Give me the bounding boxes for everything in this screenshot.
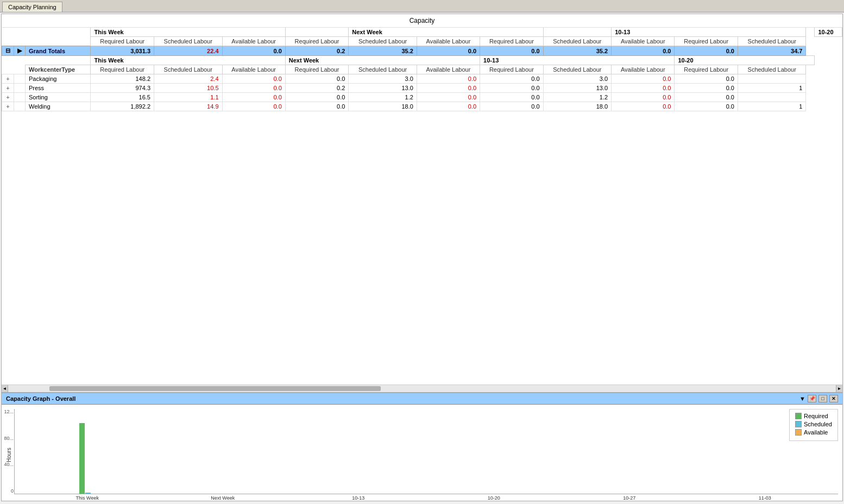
x-axis-labels: This WeekNext Week10-1310-2010-2711-03	[14, 494, 838, 501]
sub-col-sched-3: Scheduled Labour	[543, 65, 612, 74]
legend-required-label: Required	[804, 413, 828, 419]
row-3-val-4: 18.0	[349, 102, 417, 111]
week-this: This Week	[91, 28, 285, 37]
row-3-val-8: 0.0	[612, 102, 675, 111]
sub-col-req-2: Required Labour	[285, 65, 349, 74]
sub-col-avail-2: Available Labour	[417, 65, 480, 74]
legend-available-label: Available	[804, 429, 828, 436]
row-2-val-2: 0.0	[222, 93, 285, 102]
gt-val-3: 0.2	[285, 46, 349, 56]
row-expand-0[interactable]: +	[2, 74, 14, 84]
sub-col-sched-1: Scheduled Labour	[154, 65, 223, 74]
close-button[interactable]: ✕	[829, 395, 838, 402]
table-row[interactable]: +Welding1,892.214.90.00.018.00.00.018.00…	[2, 102, 842, 111]
row-0-val-6: 0.0	[480, 74, 544, 84]
row-icon-1	[14, 84, 26, 93]
sub-col-sched-4: Scheduled Labour	[738, 65, 806, 74]
week-10-13: 10-13	[612, 28, 806, 37]
table-row[interactable]: +Sorting16.51.10.00.01.20.00.01.20.00.0	[2, 93, 842, 102]
row-2-val-5: 0.0	[417, 93, 480, 102]
scroll-right-arrow[interactable]: ►	[836, 385, 842, 392]
row-0-val-1: 2.4	[154, 74, 223, 84]
row-expand-2[interactable]: +	[2, 93, 14, 102]
row-3-val-2: 0.0	[222, 102, 285, 111]
row-workcenter-2: Sorting	[26, 93, 91, 102]
row-3-val-0: 1,892.2	[91, 102, 154, 111]
x-label-5: 11-03	[697, 495, 833, 501]
grand-total-arrow[interactable]: ▶	[14, 46, 26, 56]
table-row[interactable]: +Press974.310.50.00.213.00.00.013.00.00.…	[2, 84, 842, 93]
sub-week-header-row: This Week Next Week 10-13 10-20	[2, 56, 842, 65]
chart-inner: 12... 80... 40... 0 This WeekNext Week10…	[14, 409, 838, 501]
chart-area: Hours 12... 80... 40... 0 This WeekNext …	[2, 405, 842, 501]
row-workcenter-3: Welding	[26, 102, 91, 111]
bottom-panel: Capacity Graph - Overall ▼ 📌 □ ✕ Hours 1…	[2, 392, 842, 501]
legend-required: Required	[795, 413, 832, 419]
grand-total-row: ⊟ ▶ Grand Totals 3,031.3 22.4 0.0 0.2 35…	[2, 46, 842, 56]
col-sched-labour-2: Scheduled Labour	[349, 37, 417, 46]
row-0-val-9: 0.0	[675, 74, 738, 84]
col-req-labour-3: Required Labour	[480, 37, 544, 46]
legend-available-box	[795, 429, 802, 436]
table-row[interactable]: +Packaging148.22.40.00.03.00.00.03.00.00…	[2, 74, 842, 84]
row-2-val-6: 0.0	[480, 93, 544, 102]
capacity-planning-tab[interactable]: Capacity Planning	[2, 2, 62, 12]
row-1-val-7: 13.0	[543, 84, 612, 93]
row-1-val-8: 0.0	[612, 84, 675, 93]
row-1-val-10: 1	[738, 84, 806, 93]
expand-icon: ▼	[799, 395, 805, 402]
y-tick-3: 12...	[0, 409, 14, 414]
row-icon-0	[14, 74, 26, 84]
grand-total-label: Grand Totals	[26, 46, 91, 56]
gt-val-1: 22.4	[154, 46, 223, 56]
gt-val-5: 0.0	[417, 46, 480, 56]
col-sched-labour-3: Scheduled Labour	[543, 37, 612, 46]
chart-legend: Required Scheduled Available	[789, 409, 838, 441]
y-tick-1: 40...	[0, 462, 14, 467]
gt-val-2: 0.0	[222, 46, 285, 56]
sub-col-req-1: Required Labour	[91, 65, 154, 74]
gt-val-7: 35.2	[543, 46, 612, 56]
row-2-val-1: 1.1	[154, 93, 223, 102]
week-10-20: 10-20	[815, 28, 842, 37]
row-1-val-9: 0.0	[675, 84, 738, 93]
row-workcenter-1: Press	[26, 84, 91, 93]
chart-bars-group	[15, 409, 838, 494]
row-2-val-7: 1.2	[543, 93, 612, 102]
sub-week-10-20: 10-20	[675, 56, 815, 65]
row-2-val-8: 0.0	[612, 93, 675, 102]
legend-scheduled-box	[795, 421, 802, 427]
row-1-val-6: 0.0	[480, 84, 544, 93]
x-label-3: 10-20	[426, 495, 562, 501]
row-0-val-0: 148.2	[91, 74, 154, 84]
row-expand-1[interactable]: +	[2, 84, 14, 93]
sub-week-10-13: 10-13	[480, 56, 675, 65]
legend-available: Available	[795, 429, 832, 436]
y-tick-2: 80...	[0, 436, 14, 441]
horizontal-scrollbar[interactable]: ◄ ►	[2, 385, 842, 392]
row-expand-3[interactable]: +	[2, 102, 14, 111]
float-button[interactable]: □	[818, 395, 827, 402]
grand-total-expand[interactable]: ⊟	[2, 46, 14, 56]
sub-week-next: Next Week	[285, 56, 480, 65]
row-0-val-5: 0.0	[417, 74, 480, 84]
main-container: Capacity This Week Next Week 10-13 10-20	[1, 14, 843, 501]
gt-val-6: 0.0	[480, 46, 544, 56]
col-avail-labour-1: Available Labour	[222, 37, 285, 46]
bottom-panel-controls: ▼ 📌 □ ✕	[799, 395, 838, 402]
sub-col-sched-2: Scheduled Labour	[349, 65, 417, 74]
row-0-val-7: 3.0	[543, 74, 612, 84]
sub-col-req-3: Required Labour	[480, 65, 544, 74]
bar-group-0	[20, 423, 155, 494]
table-container[interactable]: Capacity This Week Next Week 10-13 10-20	[2, 14, 842, 385]
pin-button[interactable]: 📌	[808, 395, 816, 402]
row-icon-3	[14, 102, 26, 111]
y-tick-0: 0	[0, 488, 14, 494]
legend-required-box	[795, 413, 802, 419]
row-3-val-9: 0.0	[675, 102, 738, 111]
sub-col-workcenter: WorkcenterType	[26, 65, 91, 74]
scroll-left-arrow[interactable]: ◄	[2, 385, 8, 392]
gt-val-10: 34.7	[738, 46, 806, 56]
scroll-thumb[interactable]	[49, 386, 381, 391]
legend-scheduled: Scheduled	[795, 421, 832, 427]
